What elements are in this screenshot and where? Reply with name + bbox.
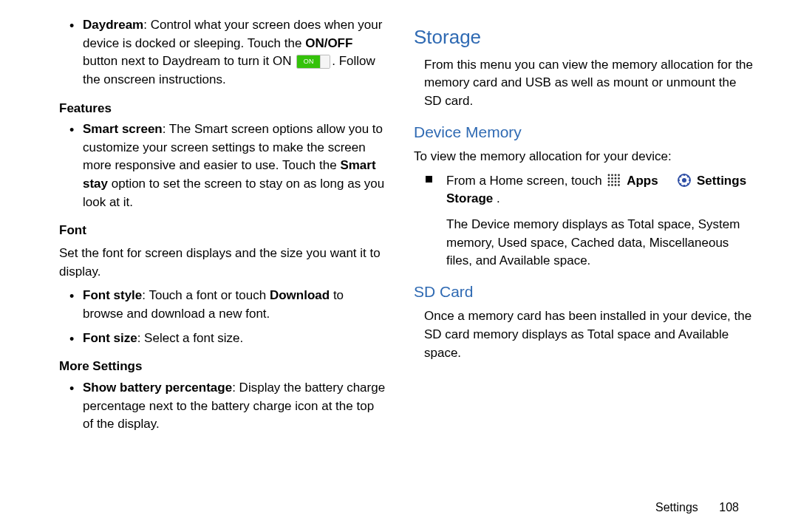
device-memory-intro: To view the memory allocation for your d… (414, 148, 755, 166)
onoff-label: ON/OFF (305, 36, 352, 50)
svg-point-9 (612, 181, 614, 183)
daydream-text2: button next to Daydream to turn it ON (83, 54, 295, 68)
svg-line-23 (687, 183, 689, 185)
font-style-label: Font style (83, 288, 142, 302)
page-footer: Settings 108 (655, 499, 739, 516)
svg-point-8 (608, 181, 610, 183)
more-settings-list: Show battery percentage: Display the bat… (59, 379, 386, 434)
left-column: Daydream: Control what your screen does … (30, 16, 399, 516)
smart-screen-label: Smart screen (83, 122, 163, 136)
step-1: From a Home screen, touch Apps (414, 172, 755, 270)
svg-point-15 (618, 184, 621, 186)
svg-point-5 (612, 177, 614, 180)
download-label: Download (270, 288, 330, 302)
features-list: Smart screen: The Smart screen options a… (59, 120, 386, 211)
right-column: Storage From this menu you can view the … (399, 16, 768, 516)
font-style-text1: : Touch a font or touch (142, 288, 270, 302)
svg-point-4 (608, 177, 610, 180)
font-intro: Set the font for screen displays and the… (59, 245, 386, 281)
step1-pre: From a Home screen, touch (446, 174, 605, 188)
on-toggle-knob (320, 55, 330, 68)
svg-line-25 (687, 176, 689, 177)
svg-line-22 (680, 176, 681, 177)
sd-card-body: Once a memory card has been installed in… (414, 307, 755, 362)
footer-page-number: 108 (719, 501, 739, 514)
svg-point-11 (618, 181, 621, 183)
svg-point-12 (608, 184, 610, 186)
battery-percentage-item: Show battery percentage: Display the bat… (59, 379, 386, 434)
on-toggle-label: ON (297, 55, 320, 68)
font-heading: Font (59, 222, 386, 240)
svg-point-17 (682, 178, 686, 183)
svg-line-24 (680, 183, 681, 185)
svg-point-2 (615, 174, 617, 177)
daydream-list: Daydream: Control what your screen does … (59, 16, 386, 89)
apps-grid-icon (607, 174, 621, 187)
svg-point-10 (615, 181, 617, 183)
font-size-item: Font size: Select a font size. (59, 330, 386, 348)
svg-point-3 (618, 174, 621, 177)
on-toggle-icon: ON (296, 55, 330, 69)
font-list: Font style: Touch a font or touch Downlo… (59, 287, 386, 347)
step1-period: . (493, 191, 499, 205)
storage-intro: From this menu you can view the memory a… (414, 56, 755, 111)
device-memory-title: Device Memory (414, 121, 755, 143)
features-heading: Features (59, 100, 386, 118)
daydream-label: Daydream (83, 18, 143, 32)
svg-point-14 (615, 184, 617, 186)
footer-section: Settings (655, 501, 698, 514)
smart-screen-item: Smart screen: The Smart screen options a… (59, 120, 386, 211)
font-style-item: Font style: Touch a font or touch Downlo… (59, 287, 386, 323)
more-settings-heading: More Settings (59, 358, 386, 376)
settings-label: Settings (697, 174, 746, 188)
font-size-text: : Select a font size. (137, 331, 244, 345)
svg-point-1 (612, 174, 614, 177)
daydream-item: Daydream: Control what your screen does … (59, 16, 386, 89)
apps-label: Apps (627, 174, 658, 188)
page-spread: Daydream: Control what your screen does … (0, 0, 798, 532)
svg-point-0 (608, 174, 610, 177)
smart-screen-text2: option to set the screen to stay on as l… (83, 177, 384, 209)
storage-label: Storage (446, 191, 493, 205)
sd-card-title: SD Card (414, 281, 755, 303)
svg-point-13 (612, 184, 614, 186)
storage-title: Storage (414, 24, 755, 52)
settings-gear-icon (678, 174, 691, 187)
font-size-label: Font size (83, 331, 137, 345)
battery-percentage-label: Show battery percentage (83, 381, 232, 395)
device-memory-body: The Device memory displays as Total spac… (446, 216, 755, 270)
svg-point-7 (618, 177, 621, 180)
svg-point-6 (615, 177, 617, 180)
